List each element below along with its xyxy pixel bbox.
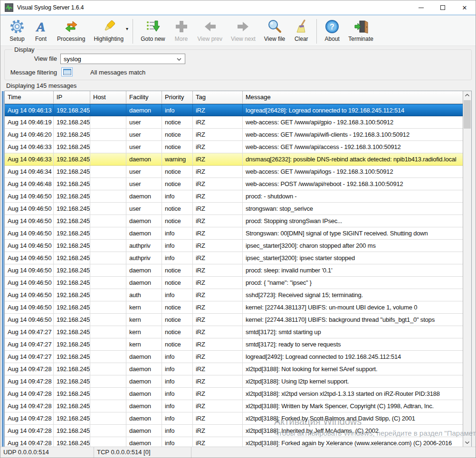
table-row[interactable]: Aug 14 09:46:50192.168.245.10daemonnotic… bbox=[5, 215, 463, 227]
cell-ip: 192.168.245.10 bbox=[54, 388, 90, 400]
table-row[interactable]: Aug 14 09:46:34192.168.245.10usernoticei… bbox=[5, 166, 463, 178]
table-row[interactable]: Aug 14 09:47:27192.168.245.10kernnoticei… bbox=[5, 338, 463, 351]
message-filtering-label: Message filtering bbox=[5, 69, 57, 76]
table-row[interactable]: Aug 14 09:46:50192.168.245.10authprivinf… bbox=[5, 240, 463, 252]
cell-message: web-access: POST /www/api/reboot - 192.1… bbox=[243, 178, 463, 190]
column-header-priority[interactable]: Priority bbox=[162, 91, 193, 103]
table-row[interactable]: Aug 14 09:46:33192.168.245.10daemonwarni… bbox=[5, 153, 463, 166]
cell-ip: 192.168.245.10 bbox=[54, 215, 90, 227]
scroll-down-button[interactable] bbox=[463, 439, 471, 447]
about-button[interactable]: ? About bbox=[320, 19, 344, 43]
cell-host bbox=[90, 388, 126, 400]
table-row[interactable]: Aug 14 09:46:13192.168.245.10daemoninfoi… bbox=[5, 104, 463, 116]
cell-host bbox=[90, 203, 126, 215]
scroll-up-button[interactable] bbox=[463, 91, 471, 99]
minimize-button[interactable] bbox=[410, 0, 432, 15]
view-file-select[interactable]: syslog bbox=[60, 54, 185, 64]
view-file-button[interactable]: View file bbox=[260, 19, 289, 43]
highlighting-button[interactable]: Highlighting bbox=[89, 19, 128, 43]
table-row[interactable]: Aug 14 09:46:20192.168.245.10usernoticei… bbox=[5, 129, 463, 141]
cell-priority: info bbox=[162, 437, 193, 447]
cell-priority: notice bbox=[162, 129, 193, 140]
cell-priority: info bbox=[162, 425, 193, 437]
table-row[interactable]: Aug 14 09:46:50192.168.245.10usernoticei… bbox=[5, 203, 463, 215]
cell-host bbox=[90, 301, 126, 313]
table-row[interactable]: Aug 14 09:46:50192.168.245.10daemoninfoi… bbox=[5, 190, 463, 203]
cell-facility: daemon bbox=[126, 412, 162, 424]
cell-time: Aug 14 09:46:50 bbox=[5, 215, 54, 227]
table-row[interactable]: Aug 14 09:46:50192.168.245.10kernnoticei… bbox=[5, 314, 463, 326]
close-button[interactable]: ✕ bbox=[454, 0, 476, 15]
log-table: Time IP Host Facility Priority Tag Messa… bbox=[4, 91, 472, 447]
cell-message: xl2tpd[3188]: Using l2tp kernel support. bbox=[243, 375, 463, 387]
table-row[interactable]: Aug 14 09:46:50192.168.245.10daemoninfoi… bbox=[5, 227, 463, 240]
scrollbar-thumb[interactable] bbox=[464, 100, 471, 129]
cell-message: xl2tpd[3188]: Inherited by Jeff McAdams,… bbox=[243, 425, 463, 437]
table-row[interactable]: Aug 14 09:47:28192.168.245.10daemoninfoi… bbox=[5, 437, 463, 447]
processing-button[interactable]: Processing bbox=[53, 19, 89, 43]
cell-message: web-access: GET /www/api/gpio - 192.168.… bbox=[243, 116, 463, 128]
clear-button[interactable]: Clear bbox=[289, 19, 313, 43]
maximize-button[interactable] bbox=[432, 0, 454, 15]
font-button[interactable]: A Font bbox=[29, 19, 53, 43]
table-row[interactable]: Aug 14 09:47:28192.168.245.10daemoninfoi… bbox=[5, 412, 463, 425]
cell-ip: 192.168.245.10 bbox=[54, 240, 90, 252]
column-header-tag[interactable]: Tag bbox=[193, 91, 243, 103]
table-row[interactable]: Aug 14 09:46:19192.168.245.10usernoticei… bbox=[5, 116, 463, 129]
highlighting-dropdown-icon[interactable]: ▾ bbox=[126, 26, 128, 31]
cell-host bbox=[90, 215, 126, 227]
view-prev-button: View prev bbox=[193, 19, 227, 43]
cell-ip: 192.168.245.10 bbox=[54, 104, 90, 116]
vertical-scrollbar[interactable] bbox=[463, 91, 471, 447]
cell-tag: iRZ bbox=[193, 129, 243, 140]
cell-message: sshd[2723]: Received signal 15; terminat… bbox=[243, 289, 463, 301]
view-file-value: syslog bbox=[64, 56, 81, 63]
column-header-ip[interactable]: IP bbox=[54, 91, 90, 103]
view-file-label: View file bbox=[5, 55, 57, 62]
cell-time: Aug 14 09:46:50 bbox=[5, 314, 54, 326]
font-icon: A bbox=[33, 19, 48, 34]
table-row[interactable]: Aug 14 09:46:33192.168.245.10usernoticei… bbox=[5, 141, 463, 153]
toolbar-separator bbox=[133, 19, 133, 44]
table-row[interactable]: Aug 14 09:46:50192.168.245.10kernnoticei… bbox=[5, 301, 463, 314]
cell-message: web-access: GET /www/api/access - 192.16… bbox=[243, 141, 463, 153]
table-row[interactable]: Aug 14 09:47:27192.168.245.10kernnoticei… bbox=[5, 326, 463, 338]
column-header-facility[interactable]: Facility bbox=[126, 91, 162, 103]
cell-time: Aug 14 09:46:50 bbox=[5, 190, 54, 202]
table-row[interactable]: Aug 14 09:47:28192.168.245.10daemoninfoi… bbox=[5, 388, 463, 400]
cell-message: xl2tpd[3188]: xl2tpd version xl2tpd-1.3.… bbox=[243, 388, 463, 400]
table-row[interactable]: Aug 14 09:46:50192.168.245.10authprivinf… bbox=[5, 252, 463, 264]
goto-new-button[interactable]: Goto new bbox=[136, 19, 169, 43]
gear-icon bbox=[10, 19, 25, 34]
cell-time: Aug 14 09:46:50 bbox=[5, 277, 54, 289]
column-header-host[interactable]: Host bbox=[90, 91, 126, 103]
table-row[interactable]: Aug 14 09:46:48192.168.245.10usernoticei… bbox=[5, 178, 463, 190]
cell-host bbox=[90, 338, 126, 350]
cell-facility: daemon bbox=[126, 215, 162, 227]
cell-ip: 192.168.245.10 bbox=[54, 301, 90, 313]
table-row[interactable]: Aug 14 09:46:50192.168.245.10authinfoiRZ… bbox=[5, 289, 463, 301]
table-row[interactable]: Aug 14 09:47:28192.168.245.10daemoninfoi… bbox=[5, 363, 463, 375]
cell-facility: daemon bbox=[126, 190, 162, 202]
table-row[interactable]: Aug 14 09:47:27192.168.245.10daemoninfoi… bbox=[5, 351, 463, 363]
cell-facility: daemon bbox=[126, 153, 162, 165]
window-title: Visual Syslog Server 1.6.4 bbox=[17, 4, 84, 11]
table-row[interactable]: Aug 14 09:47:28192.168.245.10daemoninfoi… bbox=[5, 425, 463, 437]
cell-host bbox=[90, 289, 126, 301]
cell-priority: notice bbox=[162, 166, 193, 178]
cell-priority: info bbox=[162, 363, 193, 375]
table-row[interactable]: Aug 14 09:46:50192.168.245.10daemonnotic… bbox=[5, 277, 463, 289]
app-window: Visual Syslog Server 1.6.4 ✕ Setup A Fon… bbox=[0, 0, 476, 458]
message-filtering-button[interactable] bbox=[61, 67, 73, 76]
table-row[interactable]: Aug 14 09:47:28192.168.245.10daemoninfoi… bbox=[5, 375, 463, 388]
table-row[interactable]: Aug 14 09:47:28192.168.245.10daemoninfoi… bbox=[5, 400, 463, 412]
column-header-message[interactable]: Message bbox=[243, 91, 463, 103]
cell-message: xl2tpd[3188]: Written by Mark Spencer, C… bbox=[243, 400, 463, 412]
setup-button[interactable]: Setup bbox=[5, 19, 29, 43]
arrow-right-icon bbox=[236, 19, 251, 34]
column-header-time[interactable]: Time bbox=[5, 91, 54, 103]
titlebar: Visual Syslog Server 1.6.4 ✕ bbox=[0, 0, 476, 15]
cell-tag: iRZ bbox=[193, 104, 243, 116]
table-row[interactable]: Aug 14 09:46:50192.168.245.10daemonnotic… bbox=[5, 264, 463, 277]
terminate-button[interactable]: Terminate bbox=[344, 19, 378, 43]
